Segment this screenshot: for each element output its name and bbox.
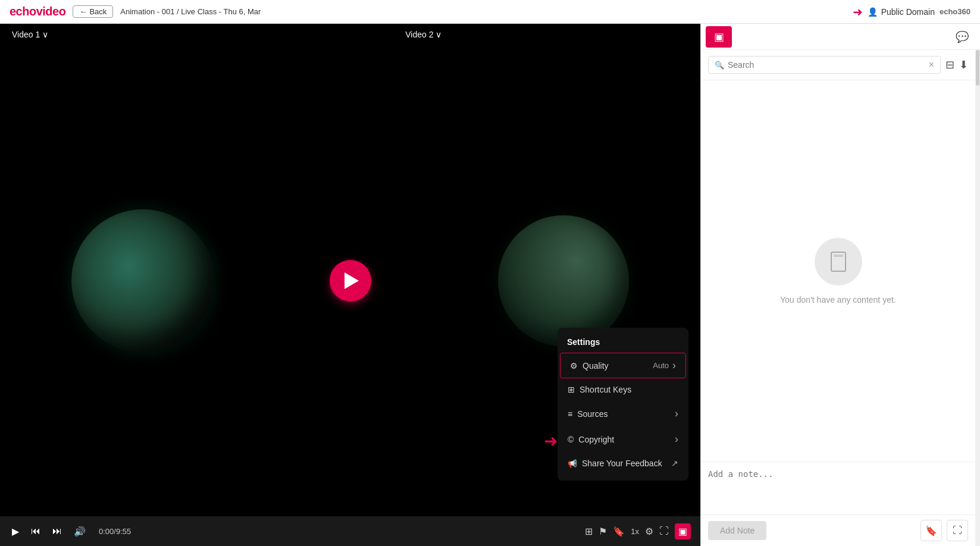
empty-state-icon xyxy=(815,238,862,285)
chevron-right-icon xyxy=(675,433,678,445)
settings-panel: Settings Quality Auto Shortcut Keys xyxy=(558,328,688,481)
filter-icon[interactable]: ⊟ xyxy=(945,58,954,71)
note-actions: Add Note 🔖 ⛶ xyxy=(701,514,975,546)
tab-chat[interactable]: 💬 xyxy=(949,26,975,48)
logo: echovideo xyxy=(10,5,65,18)
settings-copyright-right xyxy=(675,433,678,445)
public-domain-info: 👤 Public Domain xyxy=(868,7,935,17)
download-icon[interactable]: ⬇ xyxy=(959,58,968,71)
fast-forward-button[interactable]: ⏭ xyxy=(50,523,64,539)
slides-icon: ▣ xyxy=(714,30,724,43)
back-button[interactable]: ← Back xyxy=(73,5,113,18)
scrollbar-thumb xyxy=(976,50,979,86)
breadcrumb: Animation - 001 / Live Class - Thu 6, Ma… xyxy=(120,7,261,16)
sources-icon xyxy=(568,409,572,419)
settings-sources-right xyxy=(675,407,678,420)
svg-rect-1 xyxy=(834,255,843,257)
search-input[interactable] xyxy=(728,60,925,70)
settings-shortcut-left: Shortcut Keys xyxy=(568,385,631,394)
search-icon xyxy=(715,59,724,70)
video-area: Video 1 ∨ Video 2 ∨ Settings xyxy=(0,24,700,546)
copyright-icon xyxy=(568,435,574,444)
topbar: echovideo ← Back Animation - 001 / Live … xyxy=(0,0,980,24)
video-content: Settings Quality Auto Shortcut Keys xyxy=(0,45,700,516)
clip-icon[interactable]: 🔖 xyxy=(613,526,625,537)
sidebar-main: × ⊟ ⬇ You don't have any content yet. xyxy=(701,50,975,546)
settings-quality-left: Quality xyxy=(570,361,609,371)
settings-copyright-left: Copyright xyxy=(568,435,614,444)
chat-icon: 💬 xyxy=(956,30,969,43)
sidebar-scrollbar[interactable] xyxy=(975,50,980,546)
echo360-logo: echo360 xyxy=(940,7,970,16)
note-input[interactable] xyxy=(708,469,968,505)
tab-slides[interactable]: ▣ xyxy=(706,26,732,48)
settings-sources-left: Sources xyxy=(568,409,608,419)
settings-feedback-right: ↗ xyxy=(671,459,678,468)
video2-label[interactable]: Video 2 ∨ xyxy=(405,30,442,39)
chevron-down-icon: ∨ xyxy=(436,30,442,39)
fullscreen-icon[interactable]: ⛶ xyxy=(659,526,669,536)
settings-quality-right: Auto xyxy=(653,359,676,372)
arrow-indicator: ➜ xyxy=(853,5,863,19)
back-arrow-icon: ← xyxy=(79,7,87,16)
rewind-button[interactable]: ⏮ xyxy=(29,523,43,539)
external-link-icon: ↗ xyxy=(671,459,678,468)
chevron-right-icon xyxy=(672,359,676,372)
settings-feedback-item[interactable]: Share Your Feedback ↗ xyxy=(558,452,688,475)
settings-title: Settings xyxy=(558,334,688,353)
bookmark-note-icon: 🔖 xyxy=(925,525,937,536)
settings-quality-item[interactable]: Quality Auto xyxy=(560,353,686,378)
topbar-right: ➜ 👤 Public Domain echo360 xyxy=(853,5,970,19)
sidebar: ▣ 💬 × ⊟ ⬇ xyxy=(700,24,980,546)
clear-search-icon[interactable]: × xyxy=(929,59,934,70)
video-copyright-arrow: ➜ xyxy=(544,431,558,451)
sidebar-toggle-icon[interactable]: ▣ xyxy=(675,523,691,539)
chevron-right-icon xyxy=(675,407,678,420)
note-bookmark-button[interactable]: 🔖 xyxy=(920,520,942,541)
chevron-down-icon: ∨ xyxy=(42,30,48,39)
note-expand-button[interactable]: ⛶ xyxy=(947,520,968,541)
main-layout: Video 1 ∨ Video 2 ∨ Settings xyxy=(0,24,980,546)
sidebar-inner: × ⊟ ⬇ You don't have any content yet. xyxy=(701,50,980,546)
settings-ctrl-icon[interactable]: ⚙ xyxy=(645,526,653,537)
shortcut-icon xyxy=(568,385,575,394)
globe-right-visual xyxy=(498,215,629,346)
play-ctrl-button[interactable]: ▶ xyxy=(10,523,21,539)
search-box: × xyxy=(708,56,941,74)
video-labels: Video 1 ∨ Video 2 ∨ xyxy=(0,24,700,45)
settings-sources-item[interactable]: Sources xyxy=(558,401,688,426)
settings-feedback-left: Share Your Feedback xyxy=(568,459,662,468)
sidebar-tabs: ▣ 💬 xyxy=(701,24,980,50)
play-button[interactable] xyxy=(330,260,371,302)
volume-button[interactable]: 🔊 xyxy=(71,523,88,539)
settings-copyright-item[interactable]: Copyright xyxy=(558,426,688,452)
expand-icon: ⛶ xyxy=(953,525,962,536)
sidebar-content: You don't have any content yet. xyxy=(701,80,975,462)
add-note-button[interactable]: Add Note xyxy=(708,521,766,540)
sidebar-search: × ⊟ ⬇ xyxy=(701,50,975,80)
empty-state-text: You don't have any content yet. xyxy=(780,295,896,305)
gear-icon xyxy=(570,361,578,371)
note-icon-buttons: 🔖 ⛶ xyxy=(920,520,968,541)
speed-button[interactable]: 1x xyxy=(631,527,639,536)
time-display: 0:00/9:55 xyxy=(99,527,131,536)
video-controls: ▶ ⏮ ⏭ 🔊 0:00/9:55 ⊞ ⚑ 🔖 1x ⚙ ⛶ ▣ xyxy=(0,516,700,546)
feedback-icon xyxy=(568,459,577,468)
user-icon: 👤 xyxy=(868,7,878,17)
layout-icon[interactable]: ⊞ xyxy=(585,526,593,537)
bookmark-icon[interactable]: ⚑ xyxy=(599,526,607,537)
settings-shortcut-item[interactable]: Shortcut Keys xyxy=(558,378,688,401)
video1-label[interactable]: Video 1 ∨ xyxy=(12,30,48,39)
note-area xyxy=(701,462,975,514)
ctrl-icon-group: ⊞ ⚑ 🔖 1x ⚙ ⛶ ▣ xyxy=(585,523,691,539)
play-icon xyxy=(345,272,359,289)
globe-left-visual xyxy=(71,209,214,352)
